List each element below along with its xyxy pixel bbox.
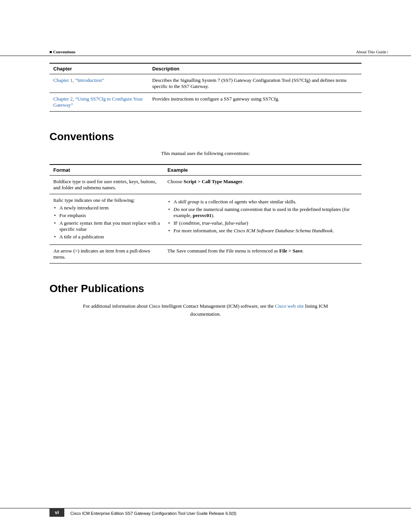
page-container: About This Guide | ■ Conventions Chapter…: [0, 0, 411, 532]
conventions-heading: Conventions: [49, 131, 362, 143]
description-col-header: Description: [148, 63, 362, 74]
bullet-emphasis: For emphasis: [53, 212, 160, 219]
bullet-generic-syntax: A generic syntax item that you must repl…: [53, 220, 160, 232]
example-bullet-if: IF (condition, true-value, false-value): [167, 220, 358, 226]
cisco-web-site-link[interactable]: Cisco web site: [275, 303, 304, 309]
other-publications-heading: Other Publications: [49, 283, 362, 295]
format-row-2-bullets: A newly introduced term For emphasis A g…: [53, 205, 160, 240]
conventions-intro: This manual uses the following conventio…: [49, 150, 362, 157]
footer-inner: vi Cisco ICM Enterprise Edition SS7 Gate…: [0, 508, 411, 517]
chapter-1-description: Describes the Signalling System 7 (SS7) …: [148, 74, 362, 93]
header-title: About This Guide: [356, 50, 386, 54]
format-row-3-format: An arrow (>) indicates an item from a pu…: [49, 245, 164, 264]
format-row-1-format: Boldface type is used for user entries, …: [49, 176, 164, 194]
chapter-1-link-cell: Chapter 1, “Introduction”: [49, 74, 148, 93]
chapter-1-link[interactable]: Chapter 1, “Introduction”: [53, 77, 104, 83]
example-row-2-bullets: A skill group is a collection of agents …: [167, 199, 358, 234]
format-row-1-example: Choose Script > Call Type Manager.: [164, 176, 362, 194]
format-row-1: Boldface type is used for user entries, …: [49, 176, 362, 194]
header-bar: About This Guide | ■ Conventions: [0, 50, 411, 56]
chapter-row-2: Chapter 2, “Using SS7Cfg to Configure Yo…: [49, 93, 362, 112]
footer-bar: vi Cisco ICM Enterprise Edition SS7 Gate…: [0, 508, 411, 517]
example-bullet-more: For more information, see the Cisco ICM …: [167, 228, 358, 234]
format-row-2-format: Italic type indicates one of the followi…: [49, 194, 164, 245]
format-row-3: An arrow (>) indicates an item from a pu…: [49, 245, 362, 264]
footer-page-number: vi: [49, 508, 64, 517]
chapter-table: Chapter Description Chapter 1, “Introduc…: [49, 63, 362, 112]
chapter-row-1: Chapter 1, “Introduction” Describes the …: [49, 74, 362, 93]
bullet-newly-introduced: A newly introduced term: [53, 205, 160, 211]
header-left-text: ■ Conventions: [49, 50, 75, 54]
format-row-2: Italic type indicates one of the followi…: [49, 194, 362, 245]
other-pubs-before-link: For additional information about Cisco I…: [83, 303, 275, 309]
chapter-2-description: Provides instructions to configure a SS7…: [148, 93, 362, 112]
format-row-2-example: A skill group is a collection of agents …: [164, 194, 362, 245]
format-table: Format Example Boldface type is used for…: [49, 164, 362, 264]
chapter-col-header: Chapter: [49, 63, 148, 74]
other-pubs-text: For additional information about Cisco I…: [49, 302, 362, 318]
bullet-title: A title of a publication: [53, 234, 160, 240]
chapter-2-link[interactable]: Chapter 2, “Using SS7Cfg to Configure Yo…: [53, 96, 143, 108]
chapter-2-link-cell: Chapter 2, “Using SS7Cfg to Configure Yo…: [49, 93, 148, 112]
format-col-header: Format: [49, 165, 164, 176]
footer-doc-title: Cisco ICM Enterprise Edition SS7 Gateway…: [70, 511, 236, 516]
header-divider: |: [387, 50, 388, 54]
example-col-header: Example: [164, 165, 362, 176]
example-bullet-donot: Do not use the numerical naming conventi…: [167, 206, 358, 219]
example-bullet-skill: A skill group is a collection of agents …: [167, 199, 358, 205]
header-section-name: ■: [49, 50, 53, 54]
format-row-3-example: The Save command from the File menu is r…: [164, 245, 362, 264]
